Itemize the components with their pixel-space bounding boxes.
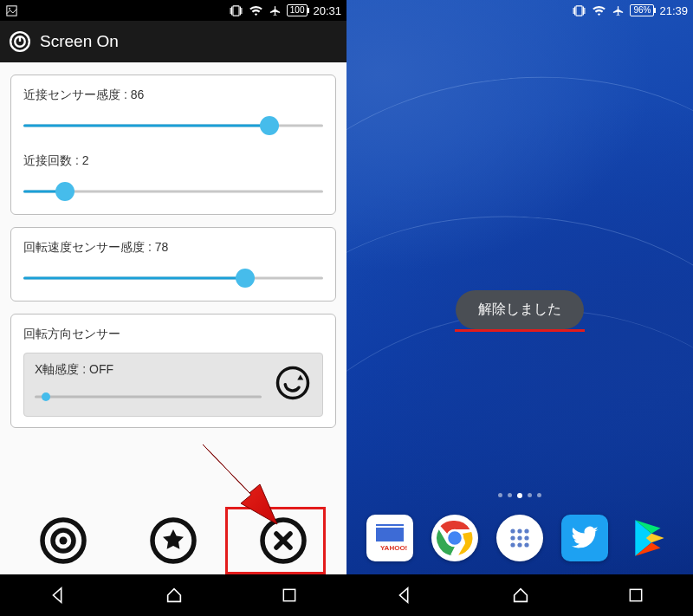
label-proximity-sensitivity: 近接センサー感度 : 86 bbox=[23, 88, 323, 103]
app-title-text: Screen On bbox=[40, 32, 119, 51]
star-button[interactable] bbox=[147, 515, 199, 567]
nav-back-button[interactable] bbox=[395, 586, 414, 605]
svg-point-36 bbox=[510, 535, 515, 540]
svg-rect-20 bbox=[576, 5, 582, 15]
dock-app-yahoo[interactable]: YAHOO! bbox=[366, 515, 413, 561]
annotation-underline bbox=[455, 329, 585, 332]
slider-x-axis[interactable] bbox=[35, 390, 262, 404]
svg-text:YAHOO!: YAHOO! bbox=[380, 544, 407, 552]
nav-recent-button[interactable] bbox=[627, 587, 644, 604]
status-bar-right: 96% 21:39 bbox=[346, 0, 693, 21]
nav-back-button[interactable] bbox=[49, 586, 68, 605]
svg-point-33 bbox=[510, 528, 515, 533]
left-phone: 100 20:31 Screen On 近接センサー感度 : 86 近接回数 :… bbox=[0, 0, 346, 616]
card-rotation-speed: 回転速度センサー感度 : 78 bbox=[10, 227, 336, 302]
vibrate-icon bbox=[229, 4, 243, 17]
clock: 21:39 bbox=[659, 4, 688, 17]
card-proximity: 近接センサー感度 : 86 近接回数 : 2 bbox=[10, 75, 336, 215]
svg-point-40 bbox=[517, 542, 521, 547]
svg-point-41 bbox=[524, 542, 528, 547]
svg-point-39 bbox=[510, 542, 515, 547]
svg-rect-26 bbox=[376, 526, 404, 528]
wifi-icon bbox=[592, 4, 606, 17]
label-rotation-speed: 回転速度センサー感度 : 78 bbox=[23, 240, 323, 256]
svg-point-37 bbox=[517, 535, 521, 540]
eye-button[interactable] bbox=[37, 515, 89, 567]
svg-point-35 bbox=[524, 528, 528, 533]
svg-rect-19 bbox=[283, 589, 295, 600]
svg-point-34 bbox=[517, 528, 521, 533]
svg-point-14 bbox=[60, 537, 68, 545]
right-phone: 96% 21:39 解除しました YAHOO! bbox=[346, 0, 693, 616]
rotate-axis-button[interactable] bbox=[274, 364, 312, 402]
airplane-icon bbox=[612, 4, 625, 17]
vibrate-icon bbox=[572, 4, 586, 17]
airplane-icon bbox=[269, 4, 282, 17]
dock-app-drawer[interactable] bbox=[496, 515, 543, 561]
status-bar-left: 100 20:31 bbox=[0, 0, 346, 21]
notification-image-icon bbox=[5, 4, 18, 17]
dock: YAHOO! bbox=[346, 502, 693, 574]
svg-point-1 bbox=[9, 8, 10, 10]
slider-proximity-sensitivity[interactable] bbox=[23, 119, 323, 133]
label-rotation-direction-group: 回転方向センサー bbox=[23, 327, 323, 342]
wifi-icon bbox=[249, 4, 263, 17]
app-title-bar: Screen On bbox=[0, 21, 346, 62]
dock-app-twitter[interactable] bbox=[561, 515, 608, 561]
toast-message: 解除しました bbox=[456, 290, 584, 329]
nav-home-button[interactable] bbox=[165, 586, 184, 605]
svg-rect-42 bbox=[630, 589, 641, 600]
card-rotation-direction: 回転方向センサー X軸感度 : OFF bbox=[10, 314, 336, 428]
label-x-axis: X軸感度 : OFF bbox=[35, 362, 262, 378]
svg-point-10 bbox=[278, 368, 308, 399]
nav-bar-left bbox=[0, 574, 346, 616]
nav-recent-button[interactable] bbox=[281, 587, 298, 604]
svg-marker-11 bbox=[297, 374, 303, 379]
label-proximity-count: 近接回数 : 2 bbox=[23, 153, 323, 169]
nav-bar-right bbox=[346, 574, 693, 616]
dock-app-chrome[interactable] bbox=[431, 515, 478, 561]
battery-indicator: 100 bbox=[287, 4, 308, 16]
power-icon bbox=[9, 30, 31, 53]
page-indicator[interactable] bbox=[498, 493, 541, 498]
annotation-highlight-box bbox=[225, 507, 326, 574]
nav-home-button[interactable] bbox=[511, 586, 530, 605]
svg-point-38 bbox=[524, 535, 528, 540]
subcard-x-axis: X軸感度 : OFF bbox=[23, 353, 323, 417]
slider-rotation-speed[interactable] bbox=[23, 271, 323, 285]
slider-proximity-count[interactable] bbox=[23, 185, 323, 198]
dock-app-play-store[interactable] bbox=[626, 515, 673, 561]
svg-rect-2 bbox=[233, 5, 239, 15]
battery-indicator: 96% bbox=[630, 4, 654, 16]
clock: 20:31 bbox=[313, 4, 341, 17]
